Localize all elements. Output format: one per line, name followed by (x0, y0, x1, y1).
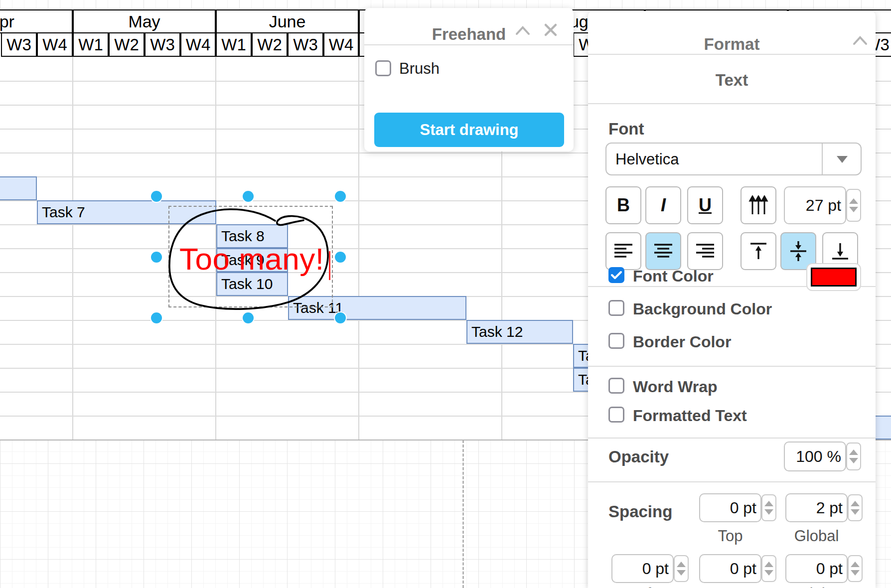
spacing-left-input[interactable]: 0 pt (611, 554, 674, 583)
spacing-top-input[interactable]: 0 pt (699, 493, 761, 522)
freehand-panel: Freehand Brush Start drawing (364, 8, 574, 151)
align-right-button[interactable] (687, 232, 723, 270)
bold-button[interactable]: B (605, 186, 641, 224)
week-label: W1 (221, 35, 246, 54)
spacing-global-stepper[interactable] (848, 494, 863, 521)
week-label: W3 (293, 35, 318, 54)
font-family-value: Helvetica (615, 150, 679, 168)
border-color-label: Border Color (633, 333, 731, 351)
opacity-stepper[interactable] (846, 442, 861, 470)
spacing-left-stepper[interactable] (674, 555, 689, 582)
selection-handle-nw[interactable] (151, 191, 162, 202)
stepper-down-icon[interactable] (851, 570, 860, 576)
week-label: W2 (114, 35, 139, 54)
week-label: W4 (42, 35, 67, 54)
selection-handle-ne[interactable] (335, 191, 346, 202)
stepper-down-icon[interactable] (851, 509, 860, 515)
week-cell: W3 (288, 32, 323, 57)
align-center-icon (653, 243, 673, 260)
font-family-select[interactable]: Helvetica (605, 143, 862, 175)
stepper-up-icon[interactable] (849, 198, 858, 204)
align-right-icon (695, 243, 715, 260)
week-label: W4 (186, 35, 211, 54)
stepper-up-icon[interactable] (851, 562, 860, 567)
annotation-text[interactable]: Too many! (179, 241, 324, 277)
task-label: Task 12 (471, 323, 523, 340)
spacing-right-input[interactable]: 0 pt (785, 554, 848, 583)
week-cell: W4 (37, 32, 73, 57)
spacing-top-stepper[interactable] (761, 494, 776, 521)
stepper-down-icon[interactable] (849, 458, 858, 463)
opacity-input[interactable]: 100 % (784, 441, 846, 471)
stepper-up-icon[interactable] (851, 501, 860, 506)
brush-label: Brush (399, 60, 440, 78)
stepper-up-icon[interactable] (764, 501, 773, 506)
align-left-button[interactable] (605, 232, 641, 270)
selection-handle-e[interactable] (335, 252, 346, 263)
formatted-text-checkbox[interactable] (608, 407, 624, 423)
check-icon (611, 271, 622, 280)
stepper-up-icon[interactable] (764, 562, 773, 567)
dropdown-arrow-icon (837, 156, 848, 163)
spacing-right-value: 0 pt (816, 560, 843, 578)
opacity-label: Opacity (608, 447, 669, 466)
format-panel-title: Format (588, 35, 876, 54)
stepper-down-icon[interactable] (849, 207, 858, 212)
border-color-checkbox[interactable] (608, 333, 624, 349)
drawio-canvas: Apr May June Aug W3 W4 W1 W2 W3 W4 W1 W2… (0, 0, 891, 588)
spacing-global-label: Global (785, 527, 848, 545)
selection-handle-w[interactable] (151, 252, 162, 263)
italic-icon: I (661, 195, 666, 216)
valign-top-icon (748, 241, 768, 261)
font-size-stepper[interactable] (846, 189, 861, 222)
spacing-bottom-value: 0 pt (730, 560, 756, 578)
valign-top-button[interactable] (741, 232, 776, 270)
spacing-top-label: Top (699, 527, 761, 545)
start-drawing-button[interactable]: Start drawing (374, 113, 564, 147)
vertical-text-button[interactable] (741, 186, 776, 224)
selection-handle-sw[interactable] (151, 312, 162, 323)
collapse-chevron-icon[interactable] (514, 24, 532, 37)
stepper-down-icon[interactable] (764, 570, 773, 576)
spacing-right-stepper[interactable] (848, 555, 863, 582)
font-size-input[interactable]: 27 pt (784, 186, 846, 224)
stepper-up-icon[interactable] (849, 449, 858, 455)
underline-button[interactable]: U (687, 186, 723, 224)
week-cell: W3 (145, 32, 180, 57)
month-cell-may: May (73, 9, 216, 33)
italic-button[interactable]: I (645, 186, 681, 224)
task-bar-12[interactable]: Task 12 (466, 320, 573, 344)
font-size-value: 27 pt (806, 196, 841, 215)
week-label: W3 (150, 35, 175, 54)
word-wrap-label: Word Wrap (633, 378, 717, 396)
background-color-checkbox[interactable] (608, 300, 624, 316)
stepper-up-icon[interactable] (677, 562, 686, 567)
formatted-text-label: Formatted Text (633, 407, 747, 425)
align-left-icon (613, 243, 633, 260)
valign-middle-icon (788, 240, 808, 262)
font-color-swatch-button[interactable] (806, 263, 861, 291)
text-cursor (329, 251, 330, 280)
word-wrap-checkbox[interactable] (608, 378, 624, 394)
stepper-down-icon[interactable] (677, 570, 686, 576)
spacing-bottom-stepper[interactable] (761, 555, 776, 582)
selection-handle-n[interactable] (243, 191, 254, 202)
selection-handle-se[interactable] (335, 312, 346, 323)
week-label: W4 (329, 35, 354, 54)
week-cell: W2 (252, 32, 288, 57)
stepper-down-icon[interactable] (764, 509, 773, 515)
tab-text[interactable]: Text (588, 71, 876, 90)
task-label: Task 7 (42, 204, 85, 221)
opacity-value: 100 % (796, 447, 841, 466)
spacing-global-input[interactable]: 2 pt (785, 493, 848, 522)
brush-checkbox[interactable] (375, 60, 391, 76)
spacing-bottom-input[interactable]: 0 pt (699, 554, 761, 583)
collapse-chevron-icon[interactable] (851, 34, 869, 47)
task-bar-6[interactable] (0, 176, 37, 200)
font-section-label: Font (608, 120, 644, 139)
font-color-checkbox[interactable] (608, 267, 624, 283)
selection-handle-s[interactable] (243, 312, 254, 323)
month-cell-june: June (216, 9, 359, 33)
align-center-button[interactable] (645, 232, 681, 270)
close-icon[interactable] (543, 22, 559, 38)
